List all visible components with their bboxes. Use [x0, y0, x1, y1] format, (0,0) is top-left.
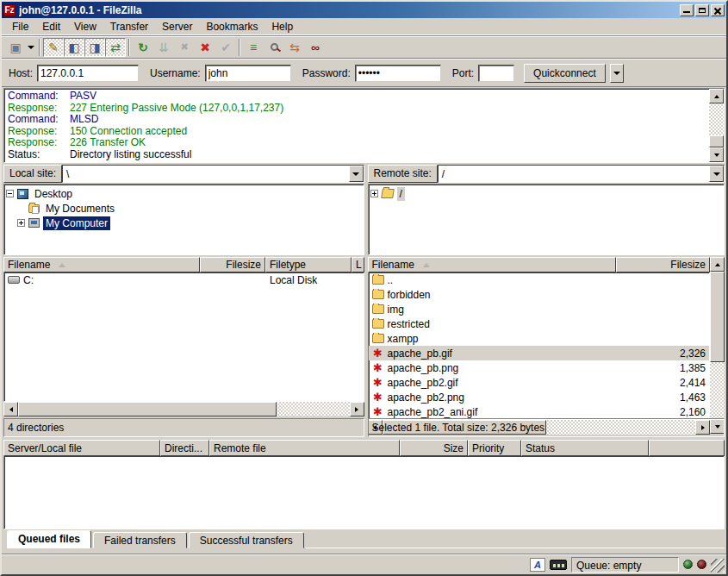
scroll-right-icon[interactable] — [350, 402, 364, 416]
filter-button[interactable]: ≡ — [243, 38, 264, 57]
speed-limits-icon[interactable] — [550, 560, 567, 570]
folder-icon — [372, 275, 384, 285]
local-site-combo[interactable]: \ — [62, 165, 364, 183]
transfer-queue: Server/Local file Directi... Remote file… — [2, 437, 726, 554]
tree-item-root[interactable]: / — [370, 186, 723, 201]
remote-file-row[interactable]: ✱apache_pb.png1,385 — [369, 360, 710, 375]
directory-comparison-button[interactable]: ⇆ — [284, 38, 305, 57]
site-manager-dropdown[interactable] — [26, 38, 36, 57]
menu-help[interactable]: Help — [264, 19, 300, 34]
close-button[interactable] — [711, 4, 725, 16]
scroll-left-icon[interactable] — [3, 402, 18, 416]
menu-file[interactable]: File — [5, 19, 35, 34]
column-filetype[interactable]: Filetype — [265, 257, 352, 272]
column-filesize[interactable]: Filesize — [200, 257, 265, 272]
scrollbar-thumb[interactable] — [18, 402, 277, 416]
password-input[interactable] — [355, 65, 441, 82]
menu-view[interactable]: View — [67, 19, 103, 34]
queue-body[interactable] — [3, 456, 725, 529]
disconnect-icon: ✖ — [200, 41, 210, 54]
site-manager-icon: ▣ — [9, 41, 21, 54]
menu-transfer[interactable]: Transfer — [103, 19, 155, 34]
minimize-button[interactable] — [680, 4, 694, 16]
collapse-icon[interactable] — [6, 190, 14, 197]
remote-site-dropdown[interactable] — [709, 166, 724, 182]
column-server-local-file[interactable]: Server/Local file — [3, 440, 160, 456]
queue-tabs: Queued files Failed transfers Successful… — [3, 529, 725, 548]
tab-successful-transfers[interactable]: Successful transfers — [189, 532, 304, 548]
local-site-dropdown[interactable] — [349, 166, 364, 182]
host-input[interactable] — [37, 65, 139, 82]
scrollbar-thumb[interactable] — [710, 272, 725, 362]
username-input[interactable] — [205, 65, 291, 82]
local-hscrollbar[interactable] — [3, 402, 364, 416]
tree-item-desktop[interactable]: Desktop — [6, 186, 362, 201]
quickconnect-button[interactable]: Quickconnect — [524, 64, 606, 83]
password-label: Password: — [302, 67, 351, 79]
reconnect-button[interactable]: ✔ — [215, 38, 236, 57]
tree-item-my-documents[interactable]: My Documents — [28, 201, 362, 216]
expand-icon[interactable] — [17, 219, 25, 227]
column-size[interactable]: Size — [400, 440, 468, 456]
quickconnect-dropdown[interactable] — [610, 64, 624, 83]
column-remote-file[interactable]: Remote file — [209, 440, 400, 456]
tree-item-my-computer[interactable]: My Computer — [17, 216, 362, 230]
remote-file-row[interactable]: restricted — [369, 316, 710, 331]
column-status[interactable]: Status — [521, 440, 649, 456]
app-icon: Fz — [3, 4, 16, 16]
refresh-button[interactable]: ↻ — [133, 38, 153, 57]
menu-edit[interactable]: Edit — [35, 19, 67, 34]
search-icon — [271, 43, 278, 51]
local-list-header: Filename Filesize Filetype L — [3, 257, 364, 272]
column-filename[interactable]: Filename — [368, 257, 616, 272]
column-filesize[interactable]: Filesize — [616, 257, 711, 272]
process-queue-button[interactable]: ⇊ — [153, 38, 174, 57]
cancel-operation-button[interactable]: ✖ — [174, 38, 195, 57]
scrollbar-thumb[interactable] — [709, 135, 724, 147]
scroll-up-icon[interactable] — [710, 257, 725, 272]
resize-grip[interactable] — [711, 559, 725, 573]
synchronized-browsing-button[interactable]: ∞ — [305, 38, 326, 57]
toggle-local-tree-button[interactable]: ◧ — [64, 38, 84, 57]
sort-ascending-icon — [423, 263, 430, 267]
expand-icon[interactable] — [370, 190, 378, 197]
filter-icon: ≡ — [250, 41, 257, 54]
tab-failed-transfers[interactable]: Failed transfers — [93, 532, 187, 548]
title-bar[interactable]: Fz john@127.0.0.1 - FileZilla — [2, 2, 726, 18]
disconnect-button[interactable]: ✖ — [195, 38, 215, 57]
remote-file-row[interactable]: forbidden — [369, 287, 710, 302]
toggle-remote-tree-button[interactable]: ◨ — [84, 38, 105, 57]
remote-file-row[interactable]: ✱apache_pb2.gif2,414 — [369, 375, 710, 390]
menu-server[interactable]: Server — [155, 19, 199, 34]
menu-bookmarks[interactable]: Bookmarks — [199, 19, 264, 34]
folder-icon — [372, 304, 384, 314]
file-search-button[interactable] — [264, 38, 284, 57]
local-site-value[interactable]: \ — [63, 168, 348, 180]
remote-file-row[interactable]: ✱apache_pb2_ani.gif2,160 — [369, 404, 710, 419]
port-input[interactable] — [478, 65, 514, 82]
message-log-icon: ✎ — [48, 41, 59, 54]
maximize-button[interactable] — [695, 4, 709, 16]
scroll-down-icon[interactable] — [709, 147, 724, 162]
remote-file-row[interactable]: ✱apache_pb2.png1,463 — [369, 390, 710, 404]
column-filename[interactable]: Filename — [3, 257, 200, 272]
site-manager-button[interactable]: ▣ — [5, 38, 26, 57]
remote-site-value[interactable]: / — [439, 168, 709, 180]
column-priority[interactable]: Priority — [468, 440, 521, 456]
column-direction[interactable]: Directi... — [160, 440, 209, 456]
scroll-up-icon[interactable] — [709, 89, 724, 103]
remote-site-combo[interactable]: / — [438, 165, 725, 183]
remote-file-row[interactable]: img — [369, 302, 710, 316]
image-file-icon: ✱ — [372, 406, 384, 417]
column-last-modified[interactable]: L — [352, 257, 364, 272]
local-file-row[interactable]: C: Local Disk — [4, 272, 364, 287]
remote-file-row[interactable]: .. — [369, 272, 710, 287]
log-line: Command:PASV — [8, 91, 706, 103]
remote-vscrollbar[interactable] — [710, 257, 725, 434]
remote-file-row-selected[interactable]: ✱apache_pb.gif2,326 — [369, 346, 710, 360]
remote-file-row[interactable]: xampp — [369, 331, 710, 346]
toggle-message-log-button[interactable]: ✎ — [43, 38, 64, 57]
toggle-queue-button[interactable]: ⇄ — [105, 38, 126, 57]
log-scrollbar[interactable] — [709, 89, 724, 162]
tab-queued-files[interactable]: Queued files — [7, 530, 91, 548]
